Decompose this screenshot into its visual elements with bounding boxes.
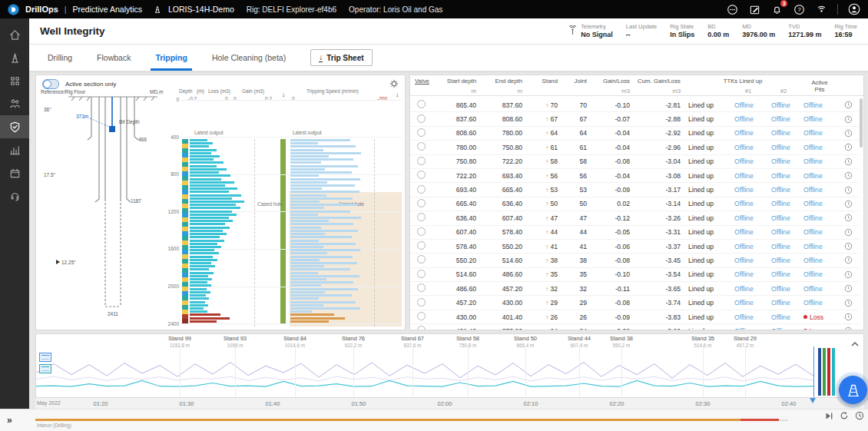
timeline-stand[interactable]: Stand 29457.2 m bbox=[734, 336, 757, 348]
timeline-stand[interactable]: Stand 991152.8 m bbox=[168, 336, 191, 348]
table-row[interactable]: 401.40373.00↑ 2424-0.08-3.90Lined upOffl… bbox=[410, 324, 859, 330]
tab-hole-cleaning-beta-[interactable]: Hole Cleaning (beta) bbox=[200, 45, 298, 71]
row-history-icon[interactable] bbox=[839, 115, 857, 124]
table-row[interactable]: 750.80722.20↑ 5858-0.08-3.04Lined upOffl… bbox=[410, 155, 859, 169]
row-history-icon[interactable] bbox=[839, 284, 857, 293]
table-row[interactable]: 636.40607.40↑ 4747-0.12-3.26Lined upOffl… bbox=[410, 211, 859, 225]
support-icon[interactable] bbox=[726, 3, 738, 15]
timeline-stand[interactable]: Stand 44607.4 m bbox=[568, 336, 591, 348]
valve-radio[interactable] bbox=[417, 100, 426, 108]
collapse-timeline-icon[interactable] bbox=[851, 336, 859, 350]
timeline-stand[interactable]: Stand 67837.6 m bbox=[401, 336, 424, 348]
timeline-stand[interactable]: Stand 38550.2 m bbox=[610, 336, 633, 348]
row-history-icon[interactable] bbox=[839, 256, 857, 264]
row-history-icon[interactable] bbox=[839, 214, 857, 222]
valve-radio[interactable] bbox=[417, 114, 426, 123]
row-history-icon[interactable] bbox=[839, 157, 857, 166]
sidebar-item-wellbore[interactable] bbox=[0, 46, 29, 69]
notifications-icon[interactable]: 3 bbox=[770, 3, 783, 15]
timeline-stand[interactable]: Stand 50665.4 m bbox=[514, 336, 537, 348]
valve-radio[interactable] bbox=[417, 270, 426, 278]
time-scrubber-handle[interactable] bbox=[810, 398, 816, 406]
table-row[interactable]: 722.20693.40↑ 5656-0.04-3.08Lined upOffl… bbox=[410, 169, 859, 183]
valve-radio[interactable] bbox=[417, 298, 426, 307]
valve-radio[interactable] bbox=[417, 171, 426, 179]
table-row[interactable]: 780.00750.80↑ 6161-0.04-2.96Lined upOffl… bbox=[410, 141, 859, 154]
table-scrollbar[interactable] bbox=[860, 98, 863, 148]
sidebar-item-team[interactable] bbox=[0, 92, 29, 115]
row-history-icon[interactable] bbox=[839, 186, 857, 194]
col-valve[interactable]: Valve bbox=[410, 78, 433, 88]
valve-radio[interactable] bbox=[417, 199, 426, 207]
timeline-stand[interactable]: Stand 58750.8 m bbox=[456, 336, 479, 348]
table-row[interactable]: 865.40837.60↑ 7070-0.10-2.81Lined upOffl… bbox=[410, 98, 859, 112]
sidebar-item-apps[interactable] bbox=[0, 69, 29, 92]
valve-radio[interactable] bbox=[417, 283, 426, 292]
row-history-icon[interactable] bbox=[839, 270, 857, 279]
valve-radio[interactable] bbox=[417, 128, 426, 137]
timeline-stand[interactable]: Stand 76922.2 m bbox=[342, 336, 365, 348]
valve-radio[interactable] bbox=[417, 185, 426, 194]
sidebar-item-schedule[interactable] bbox=[0, 161, 29, 184]
table-row[interactable]: 607.40578.40↑ 4444-0.05-3.31Lined upOffl… bbox=[410, 226, 859, 240]
row-history-icon[interactable] bbox=[839, 299, 857, 307]
expand-sidebar-icon[interactable]: » bbox=[7, 415, 12, 426]
table-row[interactable]: 665.40636.40↑ 50500.02-3.14Lined upOffli… bbox=[410, 197, 859, 211]
end-depth-cell: 401.40 bbox=[481, 313, 527, 321]
row-history-icon[interactable] bbox=[839, 171, 857, 180]
legend-chip-depth[interactable] bbox=[39, 353, 51, 362]
well-selector[interactable]: LORIS-14H-Demo bbox=[168, 5, 234, 14]
compose-icon[interactable] bbox=[748, 3, 760, 15]
timeline-stand[interactable]: Stand 35514.6 m bbox=[691, 336, 714, 348]
valve-radio[interactable] bbox=[417, 157, 426, 165]
valve-radio[interactable] bbox=[417, 213, 426, 221]
scrubber-line[interactable] bbox=[813, 346, 814, 397]
table-row[interactable]: 430.00401.40↑ 2626-0.09-3.83Lined upOffl… bbox=[410, 310, 859, 324]
table-row[interactable]: 486.60457.20↑ 3232-0.11-3.65Lined upOffl… bbox=[410, 282, 859, 296]
sidebar-item-support[interactable] bbox=[0, 184, 29, 207]
row-history-icon[interactable] bbox=[839, 143, 857, 151]
row-history-icon[interactable] bbox=[839, 313, 857, 321]
row-history-icon[interactable] bbox=[839, 129, 857, 138]
gear-icon[interactable] bbox=[389, 79, 399, 88]
table-row[interactable]: 550.20514.60↑ 3838-0.08-3.45Lined upOffl… bbox=[410, 254, 859, 267]
sidebar-item-well-integrity[interactable] bbox=[0, 115, 29, 138]
table-row[interactable]: 514.60486.60↑ 3535-0.10-3.54Lined upOffl… bbox=[410, 268, 859, 282]
joint-cell: 53 bbox=[562, 186, 591, 194]
row-history-icon[interactable] bbox=[839, 101, 857, 109]
profile-icon[interactable] bbox=[848, 3, 860, 15]
valve-radio[interactable] bbox=[417, 326, 426, 330]
reset-view-icon[interactable] bbox=[840, 411, 849, 420]
tab-drilling[interactable]: Drilling bbox=[35, 45, 84, 71]
tab-flowback[interactable]: Flowback bbox=[84, 45, 143, 71]
row-history-icon[interactable] bbox=[839, 228, 857, 237]
history-clock-icon[interactable] bbox=[855, 411, 864, 420]
valve-radio[interactable] bbox=[417, 241, 426, 250]
table-row[interactable]: 578.40550.20↑ 4141-0.06-3.37Lined upOffl… bbox=[410, 240, 859, 254]
valve-radio[interactable] bbox=[417, 142, 426, 151]
help-icon[interactable]: ? bbox=[793, 3, 805, 15]
trip-report-fab[interactable] bbox=[839, 376, 867, 404]
start-depth-cell: 607.40 bbox=[433, 228, 481, 236]
run-track[interactable]: Interun (Drilling) bbox=[35, 409, 834, 431]
table-row[interactable]: 457.20430.00↑ 2929-0.08-3.74Lined upOffl… bbox=[410, 296, 859, 310]
table-row[interactable]: 837.60808.60↑ 6767-0.07-2.88Lined upOffl… bbox=[410, 112, 859, 126]
timeline-stand[interactable]: Stand 931095 m bbox=[224, 336, 247, 348]
trip-sheet-button[interactable]: ↓ Trip Sheet bbox=[310, 49, 372, 66]
table-row[interactable]: 693.40665.40↑ 5353-0.09-3.17Lined upOffl… bbox=[410, 183, 859, 197]
gain-bar bbox=[190, 158, 214, 161]
table-row[interactable]: 808.60780.00↑ 6464-0.04-2.92Lined upOffl… bbox=[410, 127, 859, 141]
row-history-icon[interactable] bbox=[839, 200, 857, 208]
timeline-stand[interactable]: Stand 841014.6 m bbox=[283, 336, 306, 348]
valve-radio[interactable] bbox=[417, 312, 426, 320]
tab-tripping[interactable]: Tripping bbox=[143, 45, 199, 71]
row-history-icon[interactable] bbox=[839, 327, 857, 330]
broadcast-icon[interactable] bbox=[815, 3, 827, 15]
row-history-icon[interactable] bbox=[839, 242, 857, 250]
sidebar-item-reports[interactable] bbox=[0, 138, 29, 161]
valve-radio[interactable] bbox=[417, 227, 426, 236]
sidebar-item-home[interactable] bbox=[0, 23, 29, 46]
legend-chip-flow[interactable] bbox=[39, 364, 51, 373]
valve-radio[interactable] bbox=[417, 255, 426, 264]
skip-to-latest-icon[interactable] bbox=[825, 412, 833, 420]
